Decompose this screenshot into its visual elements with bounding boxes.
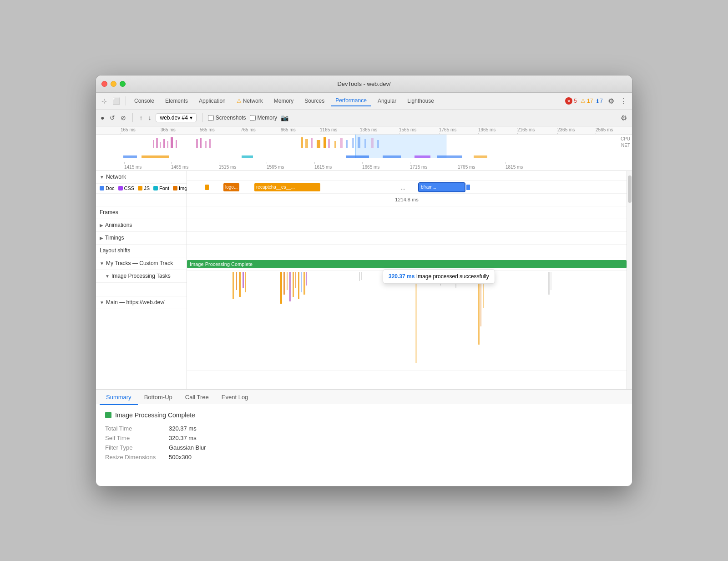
more-button[interactable]: ⋮ [619,96,628,105]
bfram-item[interactable]: bfram... [419,183,465,191]
tab-performance[interactable]: Performance [331,95,371,106]
upload-button[interactable]: ↑ [138,113,143,122]
svg-rect-41 [289,272,291,301]
tab-elements[interactable]: Elements [161,96,192,106]
maximize-button[interactable] [120,81,126,87]
total-time-label: Total Time [105,425,169,432]
tooltip-text: Image processed successfully [416,273,489,280]
custom-track-label[interactable]: ▼ My Tracks — Custom Track [96,257,187,270]
timeline-chart: CPU NET [96,135,632,158]
doc-color [100,186,104,190]
main-thread-label[interactable]: ▼ Main — https://web.dev/ [96,296,187,309]
tab-memory[interactable]: Memory [269,96,298,106]
minimize-button[interactable] [111,81,116,87]
frames-row-label[interactable]: Frames [96,206,187,219]
svg-rect-22 [364,139,366,148]
tab-network[interactable]: ⚠ Network [232,96,268,106]
tab-call-tree[interactable]: Call Tree [179,390,215,405]
animations-row-label[interactable]: ▶ Animations [96,219,187,232]
tab-angular[interactable]: Angular [373,96,401,106]
cpu-bars-2 [194,135,230,148]
svg-rect-21 [358,137,360,148]
svg-rect-13 [311,138,313,148]
tab-lighthouse[interactable]: Lighthouse [403,96,439,106]
inspect-icon[interactable]: ⊹ [100,96,109,105]
custom-track-text: My Tracks — Custom Track [106,260,173,266]
js-label: JS [144,185,150,191]
recaptcha-item[interactable]: recaptcha__es__... [254,183,320,191]
titlebar: DevTools - web.dev/ [96,75,632,93]
ruler-tick-1165: 1165 ms [320,127,337,132]
image-processing-track-row[interactable]: Image Processing Complete 320.37 ms Imag… [187,257,627,271]
frames-label: Frames [100,209,118,215]
timings-row-label[interactable]: ▶ Timings [96,232,187,245]
ruler-tick-165: 165 ms [121,127,136,132]
summary-resize-dim: Resize Dimensions 500x300 [105,454,623,461]
network-row-label[interactable]: ▼ Network [96,171,187,184]
close-button[interactable] [101,81,107,87]
svg-rect-24 [377,140,379,148]
img-color [173,186,177,190]
tab-console[interactable]: Console [130,96,159,106]
download-button[interactable]: ↓ [147,113,152,122]
legend-font: Font [153,185,169,191]
chevron-down-icon: ▾ [190,115,192,121]
timings-label: Timings [105,235,124,241]
ruler-tick-1965: 1965 ms [478,127,495,132]
svg-rect-17 [334,141,336,148]
right-panel: logo... recaptcha__es__... ... bfram... … [187,171,627,389]
tab-bottom-up[interactable]: Bottom-Up [138,390,179,405]
image-tasks-text: Image Processing Tasks [111,273,171,279]
perf-settings-button[interactable]: ⚙ [619,113,628,122]
scrollbar-thumb[interactable] [628,175,632,203]
total-time-value: 320.37 ms [169,425,197,432]
detail-tick-1765: 1765 ms [458,165,475,170]
network-requests-row[interactable]: logo... recaptcha__es__... ... bfram... [187,181,627,194]
memory-checkbox-group[interactable]: Memory [250,115,277,121]
timeline-overview[interactable]: 165 ms 365 ms 565 ms 765 ms 965 ms 1165 … [96,126,632,158]
main-toolbar: ⊹ ⬜ Console Elements Application ⚠ Netwo… [96,93,632,110]
legend-js: JS [138,185,150,191]
tab-summary[interactable]: Summary [100,390,138,405]
ruler-tick-965: 965 ms [281,127,296,132]
layout-shifts-label[interactable]: Layout shifts [96,245,187,257]
legend-doc: Doc [100,185,115,191]
ruler-tick-565: 565 ms [200,127,215,132]
ruler-tick-1365: 1365 ms [360,127,377,132]
resize-dim-value: 500x300 [169,454,192,461]
tab-application[interactable]: Application [194,96,230,106]
settings-button[interactable]: ⚙ [607,96,616,105]
image-processing-bar[interactable]: Image Processing Complete [187,260,627,268]
svg-rect-40 [287,272,288,290]
overview-ruler: 165 ms 365 ms 565 ms 765 ms 965 ms 1165 … [96,126,632,135]
clear-button[interactable]: ⊘ [120,113,127,122]
svg-rect-1 [156,138,158,148]
network-items-row [187,171,627,181]
window-title: DevTools - web.dev/ [337,80,390,87]
session-dropdown[interactable]: web.dev #4 ▾ [156,113,196,122]
img-label: Img [179,185,187,191]
screenshots-checkbox-group[interactable]: Screenshots [208,115,246,121]
svg-rect-4 [167,141,168,148]
image-processing-tasks-label[interactable]: ▼ Image Processing Tasks [96,270,187,283]
tab-event-log[interactable]: Event Log [215,390,255,405]
detail-tick-1565: 1565 ms [267,165,284,170]
svg-rect-8 [200,138,202,148]
device-icon[interactable]: ⬜ [111,96,122,105]
memory-checkbox[interactable] [250,115,256,121]
memory-label: Memory [258,115,277,121]
scrollbar[interactable] [627,171,632,389]
record-button[interactable]: ● [100,113,105,122]
devtools-window: DevTools - web.dev/ ⊹ ⬜ Console Elements… [96,75,632,486]
main-thread-text: Main — https://web.dev/ [106,299,165,306]
logo-item[interactable]: logo... [223,183,239,191]
custom-track-arrow: ▼ [100,261,104,266]
screenshots-checkbox[interactable] [208,115,214,121]
font-color [153,186,158,190]
tab-sources[interactable]: Sources [300,96,329,106]
timings-track-row [187,219,627,232]
detail-tick-1615: 1615 ms [314,165,332,170]
summary-self-time: Self Time 320.37 ms [105,435,623,441]
reload-button[interactable]: ↺ [109,113,116,122]
ruler-tick-1565: 1565 ms [399,127,416,132]
